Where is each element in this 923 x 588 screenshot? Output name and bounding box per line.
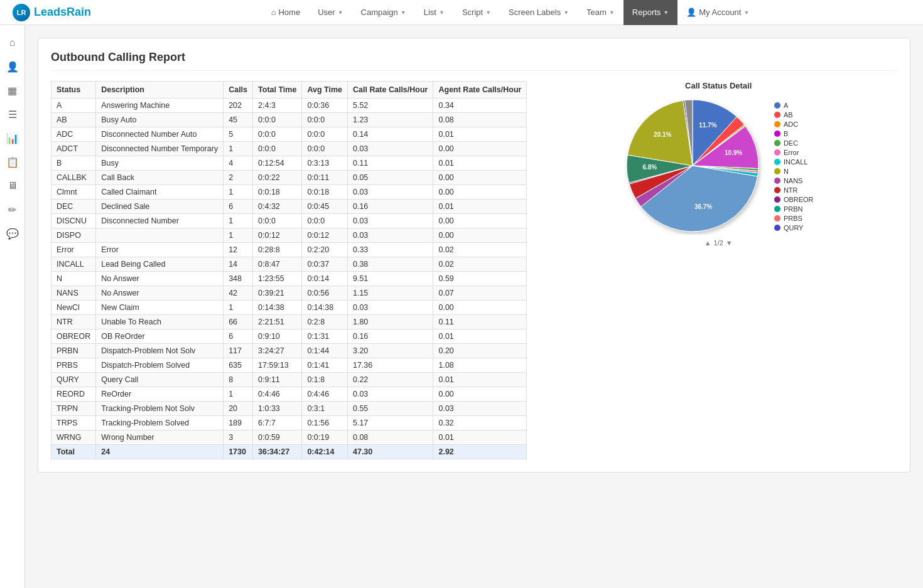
sidebar-item-list[interactable]: ☰	[1, 103, 24, 126]
legend-item: QURY	[774, 224, 814, 232]
chart-container: Call Status Detail 11.7%10.9%36.7%6.8%20…	[527, 81, 897, 247]
svg-text:11.7%: 11.7%	[699, 122, 716, 129]
table-cell: 189	[224, 416, 253, 430]
logo[interactable]: LR LeadsRain	[13, 4, 91, 21]
nav-list[interactable]: List ▼	[415, 0, 453, 25]
table-cell: 0.34	[433, 99, 527, 113]
nav-my-account[interactable]: 👤 My Account ▼	[677, 0, 758, 25]
table-cell: 0.03	[347, 214, 433, 228]
table-cell: 45	[224, 113, 253, 127]
table-row: DISCNUDisconnected Number10:0:00:0:00.03…	[51, 214, 527, 228]
table-cell: 0:0:18	[253, 185, 302, 200]
table-cell: NTR	[51, 315, 96, 329]
next-legend-arrow[interactable]: ▼	[726, 239, 733, 247]
table-cell: 0:1:41	[302, 358, 348, 373]
nav-team[interactable]: Team ▼	[578, 0, 623, 25]
table-cell: 0:4:32	[253, 200, 302, 214]
table-cell: 0.00	[433, 301, 527, 315]
logo-icon: LR	[13, 4, 30, 21]
table-row: ErrorError120:28:80:2:200.330.02	[51, 243, 527, 257]
table-cell: 5	[224, 127, 253, 142]
sidebar-item-notes[interactable]: 📋	[1, 151, 24, 173]
user-icon: 👤	[686, 8, 696, 17]
legend-item: ADC	[774, 120, 814, 128]
table-row: PRBSDispatch-Problem Solved63517:59:130:…	[51, 358, 527, 373]
table-cell: 3.20	[347, 344, 433, 358]
main-content: Outbound Calling Report Status Descripti…	[25, 25, 923, 588]
chart-section: Status Description Calls Total Time Avg …	[51, 81, 897, 459]
table-cell: 0:0:0	[302, 127, 348, 142]
report-table: Status Description Calls Total Time Avg …	[51, 81, 527, 459]
legend-color-dot	[774, 140, 780, 146]
table-cell: N	[51, 272, 96, 286]
report-title: Outbound Calling Report	[51, 51, 897, 71]
table-cell: 0.01	[433, 156, 527, 171]
prev-legend-arrow[interactable]: ▲	[704, 239, 711, 247]
sidebar-item-chat[interactable]: 💬	[1, 222, 24, 245]
col-header-avg-time: Avg Time	[302, 82, 348, 99]
sidebar-item-campaign[interactable]: ▦	[1, 79, 24, 102]
table-cell: 0.01	[433, 127, 527, 142]
table-cell: 0:1:31	[302, 329, 348, 344]
nav-my-account-label: My Account	[699, 8, 741, 17]
table-total-cell: 36:34:27	[253, 445, 302, 459]
table-cell: 0.22	[347, 373, 433, 387]
table-cell: 348	[224, 272, 253, 286]
table-cell: 1	[224, 301, 253, 315]
table-cell: 0.00	[433, 228, 527, 243]
table-cell: 0:0:19	[302, 430, 348, 445]
col-header-description: Description	[96, 82, 224, 99]
table-row: BBusy40:12:540:3:130.110.01	[51, 156, 527, 171]
table-cell: 0:0:0	[253, 113, 302, 127]
table-cell: 0:14:38	[302, 301, 348, 315]
table-row: PRBNDispatch-Problem Not Solv1173:24:270…	[51, 344, 527, 358]
chevron-down-icon: ▼	[338, 9, 343, 16]
table-cell: 117	[224, 344, 253, 358]
table-cell: Disconnected Number Auto	[96, 127, 224, 142]
table-cell: NANS	[51, 286, 96, 301]
nav-user[interactable]: User ▼	[309, 0, 352, 25]
table-cell: 0:0:12	[253, 228, 302, 243]
legend-label: B	[784, 130, 788, 137]
legend-label: PRBN	[784, 205, 803, 213]
table-row: OBREOROB ReOrder60:9:100:1:310.160.01	[51, 329, 527, 344]
table-row: DISPO10:0:120:0:120.030.00	[51, 228, 527, 243]
table-cell: 0.55	[347, 402, 433, 416]
legend-label: PRBS	[784, 215, 802, 222]
table-cell: 0:2:20	[302, 243, 348, 257]
nav-reports[interactable]: Reports ▼	[623, 0, 677, 25]
sidebar-item-edit[interactable]: ✏	[1, 198, 24, 221]
table-cell: PRBN	[51, 344, 96, 358]
table-cell: ADCT	[51, 142, 96, 156]
table-row: CALLBKCall Back20:0:220:0:110.050.00	[51, 171, 527, 185]
table-cell: 1	[224, 228, 253, 243]
sidebar-item-home[interactable]: ⌂	[1, 31, 24, 54]
legend-item: N	[774, 168, 814, 175]
nav-home[interactable]: ⌂ Home	[262, 0, 310, 25]
table-cell: 0:0:0	[302, 113, 348, 127]
sidebar-item-screen[interactable]: 🖥	[1, 174, 24, 197]
sidebar-item-reports[interactable]: 📊	[1, 127, 24, 149]
table-cell: 0:0:0	[253, 142, 302, 156]
table-cell: 0.00	[433, 142, 527, 156]
sidebar: ⌂ 👤 ▦ ☰ 📊 📋 🖥 ✏ 💬	[0, 25, 25, 588]
nav-script[interactable]: Script ▼	[453, 0, 500, 25]
nav-list-label: List	[424, 8, 436, 17]
sidebar-item-user[interactable]: 👤	[1, 55, 24, 78]
table-cell: 2	[224, 171, 253, 185]
legend-label: QURY	[784, 224, 804, 232]
legend-label: N	[784, 168, 789, 175]
table-cell: 12	[224, 243, 253, 257]
table-cell: ReOrder	[96, 387, 224, 402]
table-cell: 4	[224, 156, 253, 171]
legend-label: NTR	[784, 186, 798, 194]
table-cell: Wrong Number	[96, 430, 224, 445]
table-cell: 0:8:47	[253, 257, 302, 272]
col-header-calls: Calls	[224, 82, 253, 99]
nav-campaign[interactable]: Campaign ▼	[352, 0, 415, 25]
table-section: Status Description Calls Total Time Avg …	[51, 81, 527, 459]
table-cell: 1.23	[347, 113, 433, 127]
table-cell: Unable To Reach	[96, 315, 224, 329]
nav-screen-labels[interactable]: Screen Labels ▼	[500, 0, 578, 25]
table-cell: 66	[224, 315, 253, 329]
